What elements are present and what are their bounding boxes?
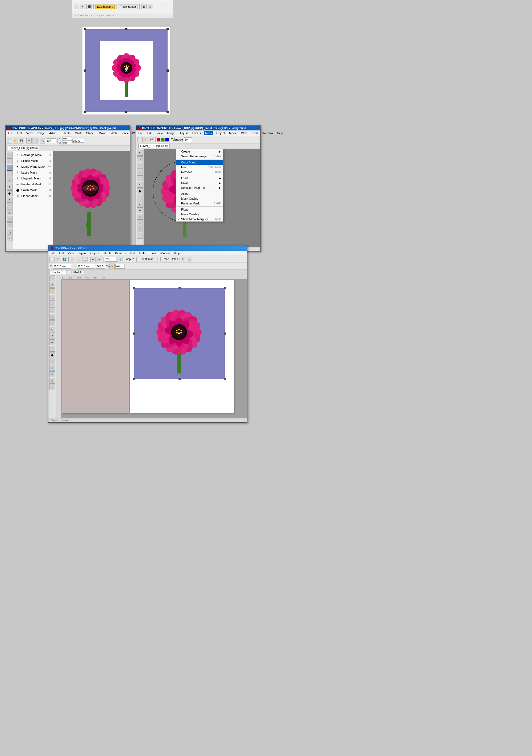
doc-tab-flower[interactable]: Flower_HDR.jpg (RGB) (8, 146, 39, 150)
menu-paint-on-mask[interactable]: Paint on Mask Ctrl+K (176, 201, 223, 206)
sel-handle-tl[interactable] (84, 28, 86, 30)
cdraw-menu-file[interactable]: File (49, 251, 56, 255)
cdraw-sel-tr[interactable] (224, 287, 226, 289)
mask-item-freehand[interactable]: ✏ Freehand Mask K (14, 181, 52, 187)
cd-tb-smart2[interactable]: ◎ (49, 378, 55, 384)
rtb-brush[interactable]: ⬤ (137, 188, 143, 194)
rtb-zoom-tool[interactable]: 🔍 (137, 227, 143, 232)
rtb-arrow[interactable]: ↖ (137, 150, 143, 156)
toolbar-icon-2[interactable]: ✂ (80, 4, 86, 9)
rtb-text[interactable]: T (137, 195, 143, 201)
cd-new[interactable]: 📄 (49, 256, 55, 262)
rmenu-object[interactable]: Object (215, 131, 226, 135)
cd-undo[interactable]: ↩ (90, 256, 96, 262)
tb-magic[interactable]: ✦ (7, 184, 13, 190)
cd-tb-text[interactable]: T (49, 333, 55, 339)
cd-tb-ellipse[interactable]: ○ (49, 320, 55, 326)
rmenu-tools[interactable]: Tools (250, 131, 259, 135)
rtb-add[interactable]: ＋ (137, 233, 143, 239)
tb-text[interactable]: T (7, 197, 13, 202)
tb-brush[interactable]: ⬤ (7, 190, 13, 196)
menu-movie-l[interactable]: Movie (98, 131, 108, 135)
menu-load[interactable]: Load ▶ (176, 176, 223, 180)
rtb-new[interactable]: 📄 (137, 137, 142, 143)
menu-mask-l[interactable]: Mask (74, 131, 83, 135)
cd-tb-zoom2[interactable]: 🔍 (49, 295, 55, 301)
cdraw-menu-bitmaps[interactable]: Bitmaps (114, 251, 127, 255)
rmenu-window[interactable]: Window (261, 131, 274, 135)
toolbar-icon-lock[interactable]: 🔒 (148, 4, 153, 9)
sel-handle-bc[interactable] (125, 111, 127, 113)
rtb-fill[interactable]: ▧ (137, 207, 143, 213)
cd-open[interactable]: 📂 (56, 256, 61, 262)
rmenu-effects[interactable]: Effects (191, 131, 202, 135)
sel-handle-tc[interactable] (125, 28, 127, 30)
cdraw-menu-edit[interactable]: Edit (58, 251, 65, 255)
cd-tb-pan2[interactable]: ✋ (49, 288, 55, 294)
menu-select-entire[interactable]: Select Entire Image Ctrl+A (176, 154, 223, 159)
menu-remove[interactable]: Remove Ctrl+R (176, 170, 223, 175)
rmenu-movie[interactable]: Movie (228, 131, 238, 135)
edit-bitmap-btn[interactable]: Edit Bitmap... (95, 5, 114, 9)
tb-rectangle[interactable]: □ (7, 165, 13, 171)
tb-ellipse[interactable]: ○ (7, 171, 13, 177)
cdraw-menu-text[interactable]: Text (128, 251, 136, 255)
menu-tools-l[interactable]: Tools (120, 131, 129, 135)
rtb-open[interactable]: 📂 (143, 137, 148, 143)
tb-save[interactable]: 💾 (19, 138, 24, 144)
tb-new[interactable]: 📄 (7, 138, 12, 144)
cd-tb-eyedrop2[interactable]: 💧 (49, 365, 55, 371)
tb-mask[interactable]: ⬚ (7, 158, 13, 164)
cd-tb-table[interactable]: ⊞ (49, 339, 55, 345)
rmenu-file[interactable]: File (137, 131, 144, 135)
cd-tb-connector[interactable]: ⬤ (49, 352, 55, 358)
tb-zoom-in[interactable]: 🔍 (40, 138, 45, 144)
cd-tb-parallel[interactable]: ≡ (49, 346, 55, 352)
cdraw-sel-br[interactable] (224, 378, 226, 380)
mask-item-brush[interactable]: ⬤ Brush Mask B (14, 187, 52, 193)
rtb-lasso[interactable]: ⌇ (137, 176, 143, 181)
menu-save[interactable]: Save ▶ (176, 180, 223, 185)
cdraw-menu-layout[interactable]: Layout (77, 251, 88, 255)
tb-pan[interactable]: ✋ (7, 222, 13, 228)
cdraw-menu-table[interactable]: Table (138, 251, 146, 255)
cdraw-sel-bc[interactable] (179, 378, 181, 380)
tb-open[interactable]: 📂 (13, 138, 18, 144)
menu-align[interactable]: Align... (176, 191, 223, 196)
cdraw-sel-bl[interactable] (133, 378, 136, 380)
menu-web-l[interactable]: Web (110, 131, 117, 135)
menu-invert[interactable]: Invert Ctrl+Shift+I (176, 165, 223, 170)
sel-handle-br[interactable] (166, 111, 169, 113)
cd-snap[interactable]: ⚓ (117, 256, 123, 262)
toolbar-icon-chain[interactable]: ⛓ (141, 4, 146, 9)
menu-object-l[interactable]: Object (85, 131, 95, 135)
rmenu-adjust[interactable]: Adjust (179, 131, 189, 135)
rmenu-help[interactable]: Help (276, 131, 284, 135)
w-input[interactable] (77, 264, 95, 269)
tb-line[interactable]: ╱ (7, 203, 13, 209)
cdraw-sel-tc[interactable] (179, 287, 181, 289)
menu-file[interactable]: File (7, 131, 14, 135)
rtb-rectangle[interactable]: □ (137, 163, 143, 169)
cd-paste[interactable]: 📋 (82, 256, 88, 262)
cd-copy[interactable]: ⬜ (76, 256, 81, 262)
cd-tb-measure[interactable]: ↔ (49, 359, 55, 364)
menu-selection-plugins[interactable]: Selection Plug-Ins ▶ (176, 185, 223, 190)
tolerance-input[interactable] (184, 137, 192, 142)
cdraw-edit-bitmap-btn[interactable]: Edit Bitmap... (138, 257, 158, 261)
menu-show-mask[interactable]: ✓ Show Mask Marguee Ctrl+H (176, 217, 223, 222)
cd-tb-poly[interactable]: ⬡ (49, 327, 55, 333)
rmenu-web[interactable]: Web (240, 131, 248, 135)
menu-float[interactable]: Float (176, 207, 223, 212)
rtb-ellipse[interactable]: ○ (137, 169, 143, 175)
rtb-eyedrop[interactable]: 💧 (137, 214, 143, 220)
menu-adjust[interactable]: Adjust (48, 131, 59, 135)
tb-redo[interactable]: ↪ (32, 138, 38, 144)
tb-undo[interactable]: ↩ (26, 138, 32, 144)
menu-mask-outline[interactable]: Mask Outline (176, 196, 223, 201)
rtb-save[interactable]: 💾 (149, 137, 154, 143)
cd-tb-shape[interactable]: ◇ (49, 282, 55, 288)
rdoc-tab-flower[interactable]: Flower_HDR.jpg (RGB) (138, 144, 170, 148)
sel-handle-tr[interactable] (166, 28, 169, 30)
rmenu-view[interactable]: View (156, 131, 164, 135)
